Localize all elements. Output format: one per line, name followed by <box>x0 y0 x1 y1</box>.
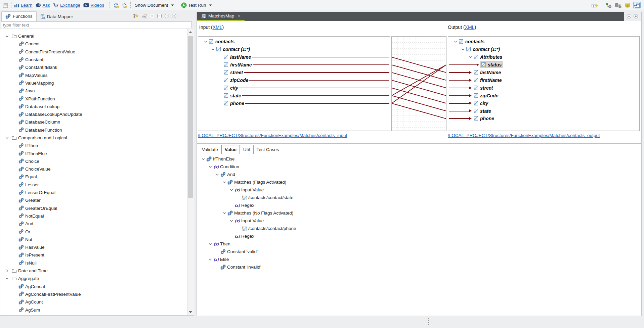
tree-row-city[interactable]: city <box>448 99 639 107</box>
tree-row-contacts[interactable]: contacts <box>448 38 639 46</box>
tree-row-greater[interactable]: Greater <box>0 196 194 204</box>
tree-row-notequal[interactable]: NotEqual <box>0 212 194 220</box>
minimize-view-icon[interactable] <box>164 13 169 18</box>
tree-row-regex[interactable]: (x)Regex <box>197 201 641 209</box>
tree-row-city[interactable]: city <box>199 84 389 92</box>
scroll-down-icon[interactable] <box>189 311 192 313</box>
collapse-all-icon[interactable] <box>157 13 162 18</box>
chevron-down-icon[interactable] <box>221 181 227 184</box>
chevron-down-icon[interactable] <box>467 55 473 59</box>
tree-row-state[interactable]: state <box>448 107 639 115</box>
chevron-down-icon[interactable] <box>3 277 11 280</box>
tree-row-input-value[interactable]: (x)Input Value <box>197 186 641 194</box>
chevron-right-icon[interactable] <box>3 269 11 273</box>
chevron-down-icon[interactable] <box>200 157 206 161</box>
tree-row--contacts-contact-state[interactable]: /contacts/contact/state <box>197 194 641 201</box>
database-chart-icon[interactable] <box>614 2 622 9</box>
tree-row-status[interactable]: status <box>448 61 639 69</box>
sash-handle[interactable] <box>428 318 429 326</box>
chevron-down-icon[interactable] <box>460 48 466 51</box>
editor-tab-matchesmap[interactable]: MatchesMap × <box>197 12 244 20</box>
tree-row-hasvalue[interactable]: HasValue <box>0 243 194 251</box>
tree-row-agconcatfirstpresentvalue[interactable]: AgConcatFirstPresentValue <box>0 290 194 298</box>
scrollbar-thumb[interactable] <box>188 36 193 198</box>
exchange-link-label[interactable]: Exchange <box>60 3 80 8</box>
videos-link[interactable]: Videos <box>83 3 104 8</box>
tree-row-choice[interactable]: Choice <box>0 157 194 165</box>
tree-row-regex[interactable]: (x)Regex <box>197 232 641 240</box>
tree-row-databaselookupandupdate[interactable]: DatabaseLookupAndUpdate <box>0 110 194 118</box>
chevron-down-icon[interactable] <box>207 258 213 261</box>
tree-row-zipcode[interactable]: zipCode <box>448 92 639 99</box>
ask-link-label[interactable]: Ask <box>43 3 50 8</box>
tree-row-and[interactable]: And <box>197 171 641 178</box>
tree-row--contacts-contact-phone[interactable]: /contacts/contact/phone <box>197 225 641 232</box>
input-structure-link[interactable]: /LOCAL_PROJECT/Structures/FunctionExampl… <box>198 133 347 138</box>
tree-row-aggregate[interactable]: Aggregate <box>0 275 194 282</box>
tree-row-concatfirstpresentvalue[interactable]: ConcatFirstPresentValue <box>0 48 194 56</box>
tree-row-attributes[interactable]: Attributes <box>448 53 639 61</box>
clear-icon[interactable] <box>141 13 147 18</box>
tree-row-greaterorequal[interactable]: GreaterOrEqual <box>0 204 194 212</box>
chevron-down-icon[interactable] <box>228 188 234 192</box>
tree-row-databasefunction[interactable]: DatabaseFunction <box>0 126 194 134</box>
tree-row-databaselookup[interactable]: DatabaseLookup <box>0 103 194 110</box>
chevron-down-icon[interactable] <box>214 173 220 176</box>
tree-row-mapvalues[interactable]: MapValues <box>0 71 194 79</box>
save-icon[interactable] <box>2 2 9 9</box>
tree-row-contacts[interactable]: contacts <box>199 38 389 46</box>
open-perspective-icon[interactable] <box>591 2 599 9</box>
tree-row-phone[interactable]: phone <box>199 99 389 107</box>
chevron-down-icon[interactable] <box>453 40 458 43</box>
minimize-view-icon[interactable] <box>627 14 632 19</box>
ask-link[interactable]: Ask <box>36 3 50 8</box>
tree-row-isnull[interactable]: IsNull <box>0 259 194 267</box>
tree-row-databasecolumn[interactable]: DatabaseColumn <box>0 118 194 126</box>
tree-row-constant-invalid-[interactable]: Constant 'invalid' <box>197 263 641 271</box>
mapping-lines-canvas[interactable] <box>391 36 446 131</box>
tree-row-street[interactable]: street <box>199 69 389 77</box>
exchange-link[interactable]: Exchange <box>53 3 80 8</box>
tab-util[interactable]: Util <box>240 145 253 154</box>
learn-link-label[interactable]: Learn <box>21 3 33 8</box>
chevron-down-icon[interactable] <box>207 165 213 169</box>
tree-row-constantifblank[interactable]: ConstantIfBlank <box>0 63 194 71</box>
tree-row-condition[interactable]: (x)Condition <box>197 163 641 171</box>
tree-row-firstname[interactable]: firstName <box>199 61 389 69</box>
tree-row-and[interactable]: And <box>0 220 194 228</box>
maximize-view-icon[interactable] <box>172 13 177 18</box>
chevron-down-icon[interactable] <box>203 40 208 43</box>
tree-row-or[interactable]: Or <box>0 228 194 235</box>
videos-link-label[interactable]: Videos <box>90 3 104 8</box>
tree-row-lastname[interactable]: lastName <box>448 69 639 77</box>
expand-all-icon[interactable] <box>149 13 155 18</box>
tree-row-street[interactable]: street <box>448 84 639 92</box>
tree-row-ispresent[interactable]: IsPresent <box>0 251 194 259</box>
input-xml-link[interactable]: XML <box>213 25 222 30</box>
tree-row-matches-flags-activated-[interactable]: Matches (Flags Activated) <box>197 178 641 186</box>
tab-data-mapper[interactable]: Data Mapper <box>37 12 77 21</box>
tree-row-contact-1-[interactable]: contact (1:*) <box>199 46 389 53</box>
show-document-dropdown[interactable]: Show Document <box>135 3 175 8</box>
tree-row-ifthen[interactable]: IfThen <box>0 142 194 149</box>
tree-database-icon[interactable] <box>605 2 612 9</box>
tree-row-lesserorequal[interactable]: LesserOrEqual <box>0 189 194 196</box>
tree-row-constant[interactable]: Constant <box>0 56 194 63</box>
chevron-down-icon[interactable] <box>3 35 11 38</box>
learn-link[interactable]: Learn <box>14 3 33 8</box>
tree-row-choicevalue[interactable]: ChoiceValue <box>0 165 194 173</box>
filter-input[interactable] <box>1 21 192 28</box>
tree-row-lastname[interactable]: lastName <box>199 53 389 61</box>
tree-row-then[interactable]: (x)Then <box>197 240 641 248</box>
output-structure-link[interactable]: /LOCAL_PROJECT/Structures/FunctionExampl… <box>448 133 600 138</box>
tree-row-zipcode[interactable]: zipCode <box>199 77 389 84</box>
tree-row-else[interactable]: (x)Else <box>197 255 641 263</box>
tab-validate[interactable]: Validate <box>199 145 221 154</box>
tree-row-java[interactable]: Java <box>0 87 194 95</box>
tree-row-ifthenelse[interactable]: IfThenElse <box>197 155 641 163</box>
output-xml-link[interactable]: XML <box>465 25 475 30</box>
functions-tree-scrollbar[interactable] <box>187 29 194 315</box>
tab-functions[interactable]: Functions <box>1 11 37 21</box>
tree-row-date-and-time[interactable]: Date and Time <box>0 267 194 275</box>
scroll-up-icon[interactable] <box>189 31 192 33</box>
